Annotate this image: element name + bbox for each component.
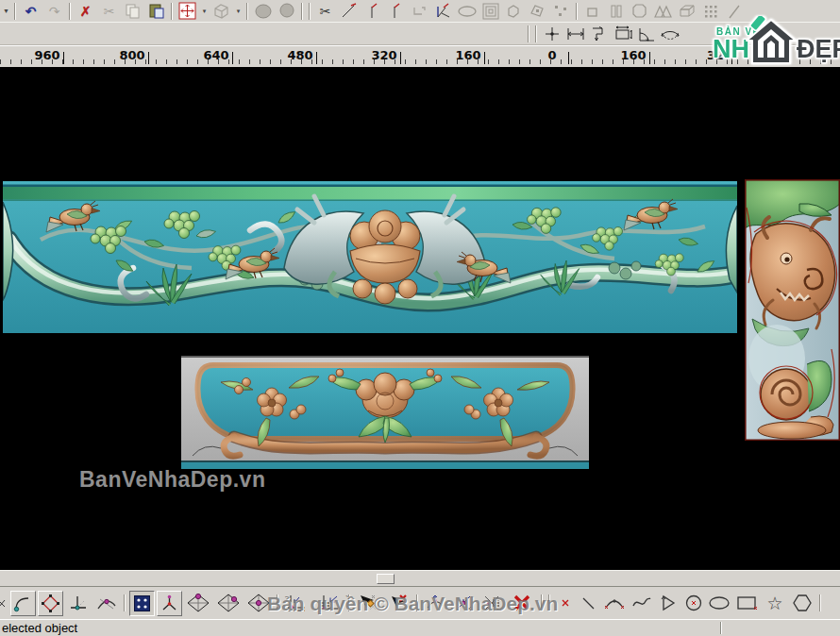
split-curve-icon[interactable] (384, 1, 408, 21)
status-bar: elected object (0, 619, 840, 636)
draw-point-icon[interactable] (553, 594, 577, 613)
ruler-label: 160 (620, 48, 646, 62)
node-diamond-button[interactable] (38, 591, 63, 616)
ruler-label: 800 (119, 48, 144, 62)
draw-curve-icon[interactable] (629, 594, 655, 613)
trim-scissors-icon[interactable]: ✂ (313, 1, 337, 21)
ruler-label: 480 (287, 48, 312, 62)
status-message: elected object (2, 621, 77, 635)
draw-circle-icon[interactable] (681, 594, 705, 613)
delete-segment-icon[interactable] (506, 594, 538, 613)
draw-star-icon[interactable]: ☆ (762, 594, 788, 613)
transform-tool-icon[interactable] (210, 1, 233, 21)
draw-arc-icon[interactable] (600, 594, 629, 613)
toolbar-bottom: ☆ Bản quyền © BanVeNhaDep.vn (0, 586, 840, 619)
measure-distance-icon[interactable] (563, 24, 587, 43)
measure-arc-icon[interactable] (658, 24, 681, 43)
ruler-label: 640 (203, 48, 228, 62)
small-rect-icon[interactable] (580, 1, 604, 21)
move-node-icon[interactable] (449, 594, 478, 613)
clipped-node-icon[interactable] (0, 594, 9, 613)
axis-xyz-button[interactable] (157, 591, 182, 616)
plane-zx-icon[interactable] (244, 594, 274, 613)
canvas-watermark: BanVeNhaDep.vn (79, 467, 265, 493)
region-outline-icon[interactable] (275, 1, 298, 21)
canvas-viewport[interactable]: BanVeNhaDep.vn (0, 67, 840, 570)
align-edge-icon[interactable] (281, 594, 313, 613)
plane-yz-icon[interactable] (213, 594, 244, 613)
region-fill-icon[interactable] (251, 1, 275, 21)
octagon-icon[interactable] (628, 1, 651, 21)
measure-angle-icon[interactable] (634, 24, 658, 43)
plane-xy-icon[interactable] (183, 594, 213, 613)
corner-join-icon[interactable] (408, 1, 431, 21)
move-tool-dropdown-icon[interactable]: ▾ (199, 1, 210, 21)
house-icon (745, 16, 798, 65)
insert-node-icon[interactable] (421, 594, 449, 613)
ruler-major-tick (316, 52, 317, 64)
perpendicular-snap-icon[interactable] (64, 594, 92, 613)
delete-node-icon[interactable] (383, 594, 413, 613)
tangent-snap-icon[interactable] (92, 594, 121, 613)
move-tool-icon[interactable] (176, 1, 199, 21)
relief-dragon-panel[interactable] (745, 179, 840, 441)
splitter-handle[interactable] (377, 574, 395, 584)
ruler-major-tick (400, 52, 401, 64)
island-shape-icon[interactable] (526, 1, 549, 21)
undo-icon[interactable]: ↶ (19, 1, 42, 21)
banvenhadep-logo: BẢN VẼ NH ĐẸP (711, 16, 840, 65)
trim-line-icon[interactable] (337, 1, 361, 21)
copy-icon[interactable] (121, 1, 144, 21)
ellipse-region-icon[interactable] (455, 1, 479, 21)
break-node-icon[interactable] (478, 594, 506, 613)
pick-node-icon[interactable] (353, 594, 383, 613)
draw-polyline-icon[interactable] (655, 594, 681, 613)
paste-icon[interactable] (144, 1, 168, 21)
ruler-label: 320 (371, 48, 396, 62)
twin-bars-icon[interactable] (604, 1, 628, 21)
fillet-arc-button[interactable] (10, 591, 36, 616)
logo-dep-text: ĐẸP (797, 35, 840, 64)
split-line-icon[interactable] (361, 1, 384, 21)
ruler-label: 0 (547, 48, 556, 62)
ruler-major-tick (484, 52, 485, 64)
draw-polygon-icon[interactable] (788, 594, 816, 613)
grid-snap-button[interactable] (129, 591, 155, 616)
status-divider (720, 622, 722, 634)
scatter-dots-icon[interactable] (549, 1, 573, 21)
draw-line-icon[interactable] (577, 594, 600, 613)
combo-dropdown-icon[interactable]: ▼ (1, 1, 11, 21)
ruler-label: 960 (34, 48, 59, 62)
ruler-major-tick (148, 52, 149, 64)
box-3d-icon[interactable] (675, 1, 698, 21)
delete-icon[interactable]: ✗ (74, 1, 97, 21)
relief-second-panel[interactable] (181, 356, 589, 469)
transform-dropdown-icon[interactable]: ▾ (233, 1, 244, 21)
outline-shape-icon[interactable] (502, 1, 526, 21)
draw-ellipse-icon[interactable] (705, 594, 733, 613)
pane-splitter (0, 570, 840, 586)
cut-icon[interactable]: ✂ (97, 1, 121, 21)
relief-main-panel[interactable] (3, 181, 737, 333)
measure-point-icon[interactable] (540, 24, 563, 43)
ruler-major-tick (63, 52, 64, 64)
ruler-major-tick (568, 52, 569, 64)
ruler-major-tick (649, 52, 650, 64)
jdpaint-window: ▼ ↶ ↷ ✗ ✂ ▾ ▾ ✂ (0, 0, 840, 636)
align-corner-icon[interactable] (313, 594, 345, 613)
ruler-label: 160 (455, 48, 480, 62)
twin-triangles-icon[interactable] (651, 1, 675, 21)
merge-lines-icon[interactable] (431, 1, 455, 21)
draw-rect-icon[interactable] (733, 594, 762, 613)
measure-rect-icon[interactable] (611, 24, 634, 43)
measure-step-icon[interactable] (587, 24, 611, 43)
offset-contour-icon[interactable] (479, 1, 502, 21)
redo-icon[interactable]: ↷ (42, 1, 66, 21)
ruler-major-tick (232, 52, 233, 64)
